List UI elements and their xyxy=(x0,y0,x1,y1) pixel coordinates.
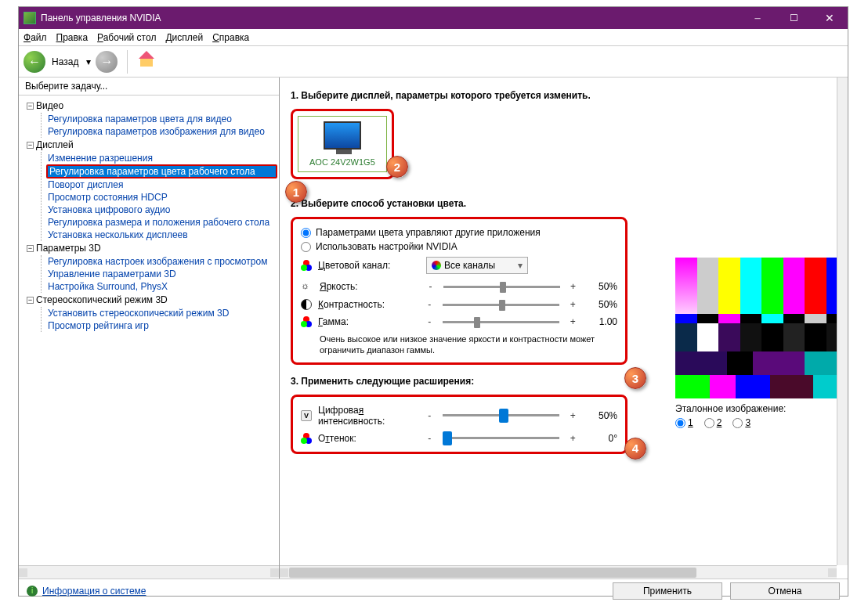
callout-3: 3 xyxy=(624,367,646,389)
main-panel: 1. Выберите дисплей, параметры которого … xyxy=(280,78,848,579)
menu-edit[interactable]: Правка xyxy=(56,32,89,43)
hue-slider[interactable] xyxy=(443,437,559,439)
contrast-value: 50% xyxy=(583,299,617,310)
sysinfo-link[interactable]: Информация о системе xyxy=(42,586,146,597)
rgb-swatch-icon xyxy=(432,261,441,270)
contrast-label: Контрастность: xyxy=(318,299,419,310)
sidebar-header: Выберите задачу... xyxy=(19,78,279,96)
color-settings-highlight: Параметрами цвета управляют другие прило… xyxy=(291,217,627,365)
tree-item[interactable]: Регулировка настроек изображения с просм… xyxy=(46,255,277,268)
menu-help[interactable]: Справка xyxy=(212,32,249,43)
tree-group-label[interactable]: −Параметры 3D xyxy=(27,241,277,255)
channel-label: Цветовой канал: xyxy=(318,260,420,271)
main-h-scrollbar[interactable] xyxy=(280,565,837,579)
minimize-button[interactable]: ─ xyxy=(740,7,776,29)
ref-radio-3[interactable]: 3 xyxy=(732,417,750,428)
tree-item[interactable]: Просмотр состояния HDCP xyxy=(46,191,277,204)
forward-button[interactable]: → xyxy=(96,51,118,73)
tree-item[interactable]: Установка нескольких дисплеев xyxy=(46,229,277,241)
back-dropdown[interactable]: ▾ xyxy=(86,56,91,67)
brightness-slider[interactable] xyxy=(443,286,559,288)
color-bars-preview xyxy=(675,258,848,351)
gamma-label: Гамма: xyxy=(318,316,419,327)
hue-icon xyxy=(301,433,312,444)
apply-button[interactable]: Применить xyxy=(613,582,722,600)
menubar: Файл Правка Рабочий стол Дисплей Справка xyxy=(19,29,848,46)
gamma-slider[interactable] xyxy=(443,321,559,323)
menu-display[interactable]: Дисплей xyxy=(165,32,203,43)
main-v-scrollbar[interactable] xyxy=(837,78,848,565)
glitch-preview xyxy=(675,351,848,398)
callout-1: 1 xyxy=(285,181,307,203)
display-label: AOC 24V2W1G5 xyxy=(309,157,375,167)
menu-desktop[interactable]: Рабочий стол xyxy=(97,32,156,43)
display-item[interactable]: AOC 24V2W1G5 xyxy=(298,116,387,172)
tree-item[interactable]: Просмотр рейтинга игр xyxy=(46,319,277,332)
toolbar-separator xyxy=(127,50,128,74)
vibrance-icon: V xyxy=(301,410,312,421)
radio-other-apps[interactable]: Параметрами цвета управляют другие прило… xyxy=(301,225,617,240)
close-button[interactable]: ✕ xyxy=(812,7,848,29)
channel-select[interactable]: Все каналы ▾ xyxy=(426,257,528,274)
maximize-button[interactable]: ☐ xyxy=(776,7,812,29)
home-icon[interactable] xyxy=(137,52,156,71)
contrast-slider[interactable] xyxy=(443,304,559,306)
ref-radio-2[interactable]: 2 xyxy=(704,417,722,428)
callout-2: 2 xyxy=(386,156,408,178)
back-button[interactable]: ← xyxy=(24,51,45,73)
window-title: Панель управления NVIDIA xyxy=(41,13,740,23)
cancel-button[interactable]: Отмена xyxy=(730,582,840,600)
vibrance-label: Цифровая интенсивность: xyxy=(318,405,419,427)
brightness-label: Яркость: xyxy=(320,281,420,292)
tree-group-label[interactable]: −Видео xyxy=(27,99,277,113)
titlebar: Панель управления NVIDIA ─ ☐ ✕ xyxy=(19,7,848,29)
reference-label: Эталонное изображение: xyxy=(675,403,848,414)
reference-radios: 1 2 3 xyxy=(675,417,848,428)
tree-item[interactable]: Регулировка размера и положения рабочего… xyxy=(46,216,277,229)
tree-item[interactable]: Регулировка параметров цвета рабочего ст… xyxy=(46,164,277,178)
hue-label: Оттенок: xyxy=(318,433,419,444)
toolbar: ← Назад ▾ → xyxy=(19,46,848,78)
callout-4: 4 xyxy=(624,438,646,460)
window-frame: Панель управления NVIDIA ─ ☐ ✕ Файл Прав… xyxy=(18,6,848,597)
vibrance-value: 50% xyxy=(583,410,617,421)
sidebar-scrollbar[interactable] xyxy=(19,565,279,579)
chevron-down-icon: ▾ xyxy=(518,260,523,271)
back-label: Назад xyxy=(52,56,78,67)
tree-item[interactable]: Управление параметрами 3D xyxy=(46,268,277,280)
gamma-note: Очень высокое или низкое значение яркост… xyxy=(320,333,617,356)
preview-area: Эталонное изображение: 1 2 3 xyxy=(675,258,848,428)
sysinfo-icon: i xyxy=(27,586,38,597)
task-tree: −ВидеоРегулировка параметров цвета для в… xyxy=(19,96,279,565)
tree-item[interactable]: Регулировка параметров цвета для видео xyxy=(46,113,277,125)
tree-item[interactable]: Изменение разрешения xyxy=(46,152,277,164)
tree-group-label[interactable]: −Стереоскопический режим 3D xyxy=(27,293,277,307)
vibrance-slider[interactable] xyxy=(443,414,559,416)
brightness-icon: ☼ xyxy=(301,280,313,293)
monitor-icon xyxy=(324,121,361,150)
ref-radio-1[interactable]: 1 xyxy=(675,417,693,428)
radio-nvidia-input[interactable] xyxy=(301,242,311,252)
tree-group-label[interactable]: −Дисплей xyxy=(27,138,277,152)
tree-item[interactable]: Регулировка параметров изображения для в… xyxy=(46,125,277,138)
contrast-icon xyxy=(301,299,312,310)
app-icon xyxy=(24,12,36,24)
channel-icon xyxy=(301,260,312,271)
gamma-icon xyxy=(301,316,312,327)
menu-file[interactable]: Файл xyxy=(24,32,47,43)
tree-item[interactable]: Установка цифрового аудио xyxy=(46,204,277,216)
sidebar: Выберите задачу... −ВидеоРегулировка пар… xyxy=(19,78,280,579)
tree-item[interactable]: Поворот дисплея xyxy=(46,178,277,191)
extensions-highlight: V Цифровая интенсивность: - + 50% Оттено… xyxy=(291,395,627,454)
brightness-value: 50% xyxy=(584,281,617,292)
gamma-value: 1.00 xyxy=(583,316,617,327)
radio-nvidia[interactable]: Использовать настройки NVIDIA xyxy=(301,240,617,254)
tree-item[interactable]: Установить стереоскопический режим 3D xyxy=(46,307,277,319)
section1-title: 1. Выберите дисплей, параметры которого … xyxy=(291,90,837,101)
hue-value: 0° xyxy=(583,433,617,444)
footer: i Информация о системе Применить Отмена xyxy=(19,579,848,602)
radio-other-apps-input[interactable] xyxy=(301,228,311,238)
section2-title: 2. Выберите способ установки цвета. xyxy=(291,198,837,209)
tree-item[interactable]: Настройка Surround, PhysX xyxy=(46,280,277,293)
display-selector-highlight: AOC 24V2W1G5 xyxy=(291,109,394,179)
